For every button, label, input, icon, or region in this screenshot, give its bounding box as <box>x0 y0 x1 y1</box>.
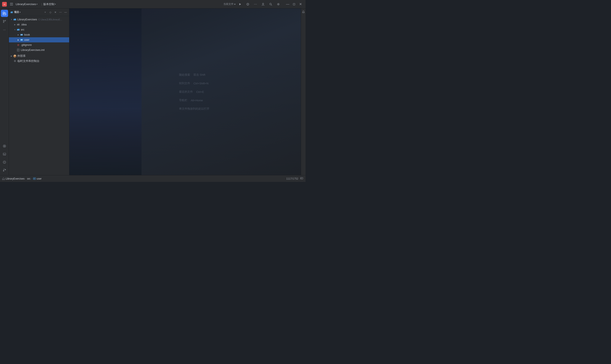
svg-point-16 <box>3 22 4 23</box>
hint-recent-shortcut: Ctrl+E <box>196 90 204 93</box>
hint-nav: 导航栏 Alt+Home <box>179 98 209 102</box>
app-logo: IJ <box>2 2 7 7</box>
status-bar-left: LibraryExercises › src › user <box>2 177 41 180</box>
svg-rect-44 <box>302 178 302 179</box>
activity-git-icon[interactable] <box>1 18 8 25</box>
hint-search-shortcut: 双击 Shift <box>193 73 205 77</box>
tree-book[interactable]: ▶ book <box>9 32 69 37</box>
root-folder-icon <box>13 18 16 21</box>
iml-label: LibraryExercises.iml <box>21 49 45 52</box>
svg-text:IJ: IJ <box>4 3 5 5</box>
hint-recent-text: 最近的文件 <box>179 90 193 94</box>
breadcrumb-sep-2: › <box>31 177 32 180</box>
svg-rect-12 <box>3 13 6 15</box>
activity-terminal-icon[interactable] <box>1 151 8 158</box>
run-button[interactable] <box>237 1 243 7</box>
svg-marker-2 <box>239 3 241 5</box>
project-name: LibraryExercises <box>16 2 36 6</box>
svg-rect-11 <box>3 12 4 13</box>
settings-icon[interactable] <box>275 1 281 7</box>
tree-idea[interactable]: ▶ .idea <box>9 22 69 27</box>
window-controls: — ✕ <box>285 1 303 7</box>
side-panel-header: 项目 ▾ ＋ ◇ ✕ ⋯ — <box>9 9 69 16</box>
hint-nav-text: 导航栏 <box>179 98 187 102</box>
notification-icon[interactable] <box>301 10 306 14</box>
tree-arrow-spacer-iml <box>13 48 16 52</box>
account-icon[interactable] <box>260 1 266 7</box>
current-file-btn[interactable]: 当前文件 ▾ <box>223 2 236 6</box>
close-button[interactable]: ✕ <box>297 1 303 7</box>
svg-rect-26 <box>20 34 23 36</box>
breadcrumb-src: src <box>27 177 30 180</box>
tree-external-libs[interactable]: ▶ 📦 外部库 <box>9 53 69 59</box>
svg-point-6 <box>262 3 264 4</box>
tree-temp-files[interactable]: ⚙ 临时文件和控制台 <box>9 59 69 64</box>
panel-title: 项目 <box>14 10 19 14</box>
breadcrumb[interactable]: LibraryExercises › src › user <box>2 177 41 180</box>
hint-drag-text: 将文件拖放到此处以打开 <box>179 107 209 111</box>
title-bar: IJ LibraryExercises ▾ | 版本控制 ▾ 当前文件 ▾ ⋯ <box>0 0 306 9</box>
minimize-button[interactable]: — <box>285 1 291 7</box>
tree-gitignore[interactable]: ⊘ .gitignore <box>9 42 69 48</box>
tree-arrow-extlibs: ▶ <box>10 54 13 58</box>
activity-project-icon[interactable] <box>1 10 8 17</box>
tree-arrow-idea: ▶ <box>13 23 16 26</box>
svg-point-14 <box>3 20 4 21</box>
vcs-dropdown-icon[interactable]: ▾ <box>55 3 56 5</box>
svg-point-9 <box>278 4 279 5</box>
svg-rect-43 <box>302 178 302 179</box>
title-separator: | <box>41 2 42 6</box>
locate-btn[interactable]: ◇ <box>48 10 53 15</box>
side-panel: 项目 ▾ ＋ ◇ ✕ ⋯ — ▾ LibraryExercises <box>9 9 69 175</box>
main-layout: ··· <box>0 9 306 175</box>
tree-arrow-spacer-git <box>13 43 16 47</box>
tree-arrow-spacer-temp <box>10 59 13 63</box>
tree-user[interactable]: ▶ user <box>9 37 69 42</box>
svg-marker-18 <box>4 145 5 147</box>
hint-nav-shortcut: Alt+Home <box>191 99 203 102</box>
book-label: book <box>24 33 30 36</box>
search-icon[interactable] <box>268 1 274 7</box>
more-panel-btn[interactable]: ⋯ <box>58 10 63 15</box>
activity-more-icon[interactable]: ··· <box>1 26 8 33</box>
hint-goto-shortcut: Ctrl+Shift+N <box>193 82 209 85</box>
vcs-label: 版本控制 <box>43 2 54 6</box>
close-panel-btn[interactable]: ✕ <box>53 10 58 15</box>
activity-git-changes-icon[interactable] <box>1 167 8 174</box>
activity-run-icon[interactable] <box>1 143 8 150</box>
tree-src[interactable]: ▾ src <box>9 27 69 32</box>
tree-arrow-user: ▶ <box>16 38 20 41</box>
panel-title-dropdown[interactable]: ▾ <box>20 11 21 13</box>
svg-rect-42 <box>301 178 302 179</box>
tree-root[interactable]: ▾ LibraryExercises C:\Java文档\LibraryE... <box>9 17 69 22</box>
tree-iml[interactable]: LibraryExercises.iml <box>9 48 69 52</box>
src-folder-icon <box>16 28 20 31</box>
breadcrumb-user: user <box>37 177 41 180</box>
memory-indicator[interactable] <box>300 177 303 181</box>
project-dropdown-icon[interactable]: ▾ <box>37 3 38 5</box>
cursor-coords: 1117/1752 <box>286 177 298 180</box>
svg-rect-29 <box>20 39 23 41</box>
activity-problems-icon[interactable] <box>1 158 8 166</box>
more-options-button[interactable]: ⋯ <box>252 1 258 7</box>
welcome-hints: 随处搜索 双击 Shift 转到文件 Ctrl+Shift+N 最近的文件 Ct… <box>179 73 209 111</box>
root-label: LibraryExercises <box>17 18 37 21</box>
idea-folder-icon <box>16 23 20 26</box>
src-label: src <box>21 28 24 31</box>
debug-button[interactable] <box>245 1 251 7</box>
breadcrumb-sep-1: › <box>26 177 26 180</box>
new-file-btn[interactable]: ＋ <box>43 10 48 15</box>
tree-arrow-root: ▾ <box>10 18 13 21</box>
hint-drag: 将文件拖放到此处以打开 <box>179 107 209 111</box>
gitignore-label: .gitignore <box>21 43 32 46</box>
user-package-icon <box>20 38 23 41</box>
title-bar-right: 当前文件 ▾ ⋯ <box>223 1 303 7</box>
hamburger-menu[interactable] <box>9 1 14 7</box>
collapse-panel-btn[interactable]: — <box>63 10 68 15</box>
hint-goto-text: 转到文件 <box>179 81 190 85</box>
hint-search-text: 随处搜索 <box>179 73 190 77</box>
hint-recent: 最近的文件 Ctrl+E <box>179 90 209 94</box>
maximize-button[interactable] <box>291 1 297 7</box>
external-libs-label: 外部库 <box>17 54 26 58</box>
svg-rect-39 <box>34 178 35 179</box>
